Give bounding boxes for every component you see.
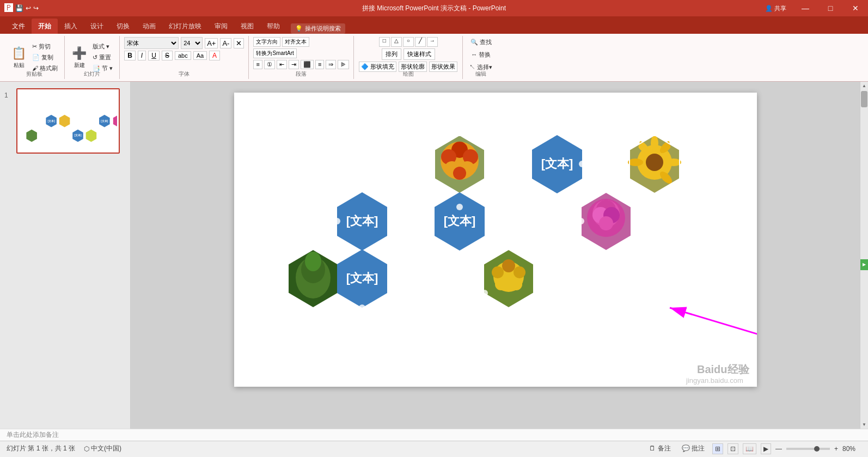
align-center-button[interactable]: ≡ — [315, 60, 324, 69]
indent-more-button[interactable]: ⇥ — [289, 60, 299, 69]
tab-view[interactable]: 视图 — [234, 19, 260, 34]
close-button[interactable]: ✕ — [843, 0, 868, 16]
ribbon-group-clipboard: 📋 粘贴 ✂ 剪切 📄 复制 🖌 格式刷 剪贴板 — [4, 36, 65, 79]
ribbon-group-paragraph: 文字方向 对齐文本 转换为SmartArt ≡ ① ⇤ ⇥ ⬛ ≡ ⇒ ⫸ 段落 — [249, 36, 354, 79]
right-scrollbar[interactable]: ▲ ▶ ▼ — [860, 82, 868, 429]
notes-bar: 单击此处添加备注 — [0, 429, 868, 441]
scroll-thumb[interactable] — [861, 91, 867, 107]
shape-tri[interactable]: △ — [391, 37, 402, 47]
scroll-down-button[interactable]: ▼ — [860, 421, 869, 429]
minimize-button[interactable]: — — [793, 0, 818, 16]
svg-point-49 — [495, 278, 507, 290]
font-size-down[interactable]: A- — [220, 38, 231, 48]
underline-button[interactable]: U — [148, 51, 160, 60]
svg-point-42 — [359, 304, 365, 311]
search-box[interactable]: 💡操作说明搜索 — [291, 23, 345, 34]
tab-file[interactable]: 文件 — [5, 19, 32, 34]
share-button[interactable]: 👤 共享 — [759, 0, 793, 16]
bullets-button[interactable]: ≡ — [253, 60, 262, 69]
maximize-button[interactable]: □ — [818, 0, 843, 16]
scroll-up-button[interactable]: ▲ — [860, 82, 869, 90]
align-right-button[interactable]: ⇒ — [326, 60, 336, 69]
zoom-out-button[interactable]: — — [775, 445, 782, 453]
find-button[interactable]: 🔍 查找 — [468, 37, 494, 47]
svg-text:jingyan.baidu.com: jingyan.baidu.com — [686, 376, 743, 385]
clipboard-label: 剪贴板 — [4, 70, 64, 78]
tab-insert[interactable]: 插入 — [58, 19, 84, 34]
window-title: 拼接 Microsoft PowerPoint 演示文稿 - PowerPoin… — [362, 4, 506, 13]
svg-point-38 — [305, 252, 321, 271]
tab-transition[interactable]: 切换 — [110, 19, 136, 34]
font-family-select[interactable]: 宋体 — [124, 37, 179, 49]
view-grid[interactable]: ⊡ — [728, 443, 738, 454]
slide-info: 幻灯片 第 1 张，共 1 张 — [7, 444, 75, 453]
svg-point-48 — [514, 266, 525, 278]
numbering-button[interactable]: ① — [264, 60, 275, 69]
svg-point-25 — [453, 167, 466, 180]
slides-label: 幻灯片 — [65, 70, 119, 78]
copy-button[interactable]: 📄 复制 — [30, 52, 60, 63]
shape-arrow[interactable]: → — [427, 37, 438, 47]
font-color-button[interactable]: A — [209, 51, 220, 60]
tab-help[interactable]: 帮助 — [260, 19, 286, 34]
ribbon-group-font: 宋体 24 A+ A- ✕ B I U S abc Aa A 字体 — [120, 36, 249, 79]
quick-save[interactable]: 💾 — [15, 4, 23, 12]
svg-point-52 — [481, 290, 488, 296]
indent-less-button[interactable]: ⇤ — [277, 60, 287, 69]
svg-point-16 — [334, 218, 340, 224]
zoom-in-button[interactable]: + — [834, 445, 838, 453]
align-text-button[interactable]: 对齐文本 — [282, 37, 309, 47]
slide-canvas[interactable]: [文本] [文本] — [234, 93, 757, 387]
view-slideshow[interactable]: ▶ — [761, 443, 771, 454]
notes-toggle[interactable]: 🗒 备注 — [646, 443, 674, 454]
notes-placeholder[interactable]: 单击此处添加备注 — [7, 430, 59, 440]
svg-text:[文本]: [文本] — [443, 214, 475, 228]
text-direction-button[interactable]: 文字方向 — [253, 37, 280, 47]
arrange-button[interactable]: 排列 — [382, 48, 401, 60]
char-spacing-button[interactable]: abc — [175, 51, 191, 60]
strikethrough-button[interactable]: S — [162, 51, 173, 60]
change-case-button[interactable]: Aa — [193, 51, 207, 60]
svg-point-46 — [502, 259, 515, 272]
shape-circle[interactable]: ○ — [403, 37, 414, 47]
zoom-level[interactable]: 80% — [842, 445, 861, 453]
quick-undo[interactable]: ↩ — [26, 4, 31, 12]
view-read[interactable]: 📖 — [743, 443, 756, 454]
layout-button[interactable]: 版式 ▾ — [90, 41, 115, 52]
spell-check-icon: ⬡ — [84, 445, 89, 453]
tab-review[interactable]: 审阅 — [208, 19, 234, 34]
bold-button[interactable]: B — [124, 51, 136, 60]
ribbon-content: 📋 粘贴 ✂ 剪切 📄 复制 🖌 格式刷 剪贴板 ➕ 新建 版式 ▾ ↺ 重置 … — [0, 34, 868, 82]
slide-thumbnail-wrap: 1 [文本] [文本] [文本] [文本] — [2, 86, 128, 156]
slide-thumbnail[interactable]: [文本] [文本] [文本] [文本] — [16, 88, 120, 154]
view-normal[interactable]: ⊞ — [712, 443, 723, 454]
quick-redo[interactable]: ↪ — [33, 4, 39, 12]
shape-line[interactable]: ╱ — [415, 37, 426, 47]
svg-point-50 — [510, 278, 522, 290]
svg-line-74 — [670, 308, 757, 349]
quick-style-button[interactable]: 快速样式 — [404, 48, 435, 60]
tab-animation[interactable]: 动画 — [136, 19, 162, 34]
cut-button[interactable]: ✂ 剪切 — [30, 41, 60, 52]
comments-toggle[interactable]: 💬 批注 — [678, 443, 708, 454]
svg-point-67 — [651, 136, 658, 151]
columns-button[interactable]: ⫸ — [338, 60, 349, 69]
replace-button[interactable]: ↔ 替换 — [469, 50, 493, 60]
tab-home[interactable]: 开始 — [32, 19, 58, 34]
status-bar: 幻灯片 第 1 张，共 1 张 ⬡ 中文(中国) 🗒 备注 💬 批注 ⊞ ⊡ 📖… — [0, 441, 868, 456]
tab-slideshow[interactable]: 幻灯片放映 — [162, 19, 208, 34]
convert-smartart-button[interactable]: 转换为SmartArt — [253, 48, 296, 58]
clear-format[interactable]: ✕ — [234, 38, 244, 48]
align-left-button[interactable]: ⬛ — [301, 60, 314, 69]
font-size-up[interactable]: A+ — [205, 38, 218, 48]
svg-point-33 — [579, 161, 585, 167]
shape-rect[interactable]: □ — [379, 37, 390, 47]
svg-marker-8 — [26, 130, 37, 142]
tab-design[interactable]: 设计 — [84, 19, 110, 34]
editing-label: 编辑 — [463, 70, 499, 78]
font-size-select[interactable]: 24 — [181, 37, 203, 49]
svg-text:[文本]: [文本] — [346, 214, 378, 228]
reset-button[interactable]: ↺ 重置 — [90, 52, 115, 63]
italic-button[interactable]: I — [138, 51, 146, 60]
zoom-slider[interactable] — [786, 448, 830, 450]
